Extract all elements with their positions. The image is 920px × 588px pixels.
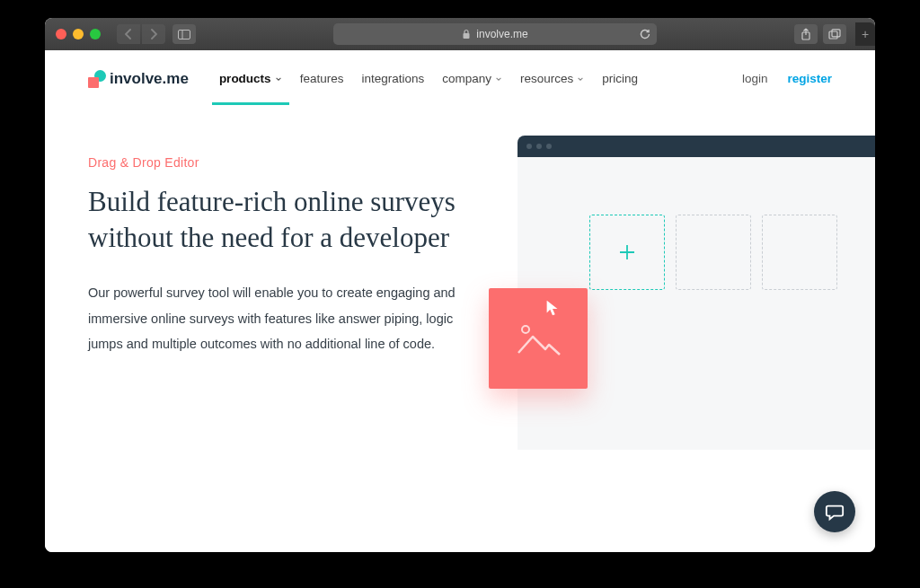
tabs-icon (828, 29, 841, 39)
window-controls (56, 29, 101, 39)
primary-nav: products features integrations company r… (219, 66, 638, 91)
logo-text: involve.me (110, 70, 189, 88)
plus-icon: + (862, 27, 869, 41)
image-icon (515, 320, 562, 356)
fullscreen-window-button[interactable] (90, 29, 101, 39)
chat-icon (825, 502, 845, 522)
hero-eyebrow: Drag & Drop Editor (88, 155, 474, 170)
logo-mark-icon (88, 70, 106, 88)
svg-point-6 (522, 326, 529, 333)
share-button[interactable] (794, 24, 818, 44)
nav-pricing-label: pricing (602, 72, 638, 85)
share-icon (801, 28, 811, 40)
nav-features-label: features (300, 72, 344, 85)
drop-slot-row (589, 215, 837, 290)
address-bar-container: involve.me (203, 23, 787, 45)
back-button[interactable] (117, 24, 140, 44)
hero-copy: Drag & Drop Editor Build feature-rich on… (88, 155, 474, 356)
chevron-down-icon (495, 75, 502, 83)
forward-button[interactable] (142, 24, 165, 44)
chevron-right-icon (149, 29, 158, 39)
nav-integrations-label: integrations (361, 72, 424, 85)
browser-right-buttons: + (794, 22, 864, 46)
nav-products[interactable]: products (219, 66, 282, 91)
svg-rect-2 (464, 33, 470, 39)
new-tab-button[interactable]: + (855, 22, 875, 46)
nav-resources-label: resources (520, 72, 573, 85)
hero-body: Our powerful survey tool will enable you… (88, 280, 474, 356)
close-window-button[interactable] (56, 29, 66, 39)
chat-widget-button[interactable] (814, 491, 855, 532)
minimize-window-button[interactable] (73, 29, 84, 39)
site-header: involve.me products features integration… (45, 50, 875, 101)
address-bar[interactable]: involve.me (333, 23, 657, 45)
login-link[interactable]: login (742, 72, 768, 85)
url-text: involve.me (476, 28, 527, 40)
drop-slot-empty (676, 215, 751, 290)
sidebar-icon (178, 30, 190, 39)
nav-company-label: company (442, 72, 491, 85)
svg-rect-5 (832, 30, 840, 37)
hero-illustration (501, 155, 875, 356)
site-logo[interactable]: involve.me (88, 70, 189, 88)
svg-rect-0 (179, 30, 190, 39)
nav-integrations[interactable]: integrations (361, 66, 424, 91)
plus-icon (617, 242, 637, 262)
nav-pricing[interactable]: pricing (602, 66, 638, 91)
dragging-image-card (489, 288, 588, 389)
nav-products-label: products (219, 72, 271, 85)
nav-company[interactable]: company (442, 66, 502, 91)
hero-section: Drag & Drop Editor Build feature-rich on… (45, 101, 875, 356)
chevron-left-icon (124, 29, 133, 39)
mockup-titlebar (518, 136, 875, 157)
hero-title: Build feature-rich online surveys withou… (88, 184, 474, 255)
tabs-overview-button[interactable] (823, 24, 846, 44)
auth-links: login register (742, 72, 832, 85)
sidebar-toggle-button[interactable] (172, 24, 196, 44)
nav-features[interactable]: features (300, 66, 344, 91)
drop-slot-empty (762, 215, 837, 290)
safari-window: involve.me + involve.me (45, 18, 875, 552)
chevron-down-icon (275, 75, 282, 83)
chevron-down-icon (577, 75, 584, 83)
drop-slot-active (589, 215, 665, 290)
cursor-icon (544, 299, 561, 317)
reload-icon[interactable] (639, 28, 651, 40)
svg-rect-4 (829, 31, 837, 39)
nav-resources[interactable]: resources (520, 66, 584, 91)
page-content: involve.me products features integration… (45, 50, 875, 552)
register-link[interactable]: register (787, 72, 832, 85)
browser-chrome: involve.me + (45, 18, 875, 50)
nav-history-group (117, 24, 165, 44)
lock-icon (462, 29, 471, 39)
